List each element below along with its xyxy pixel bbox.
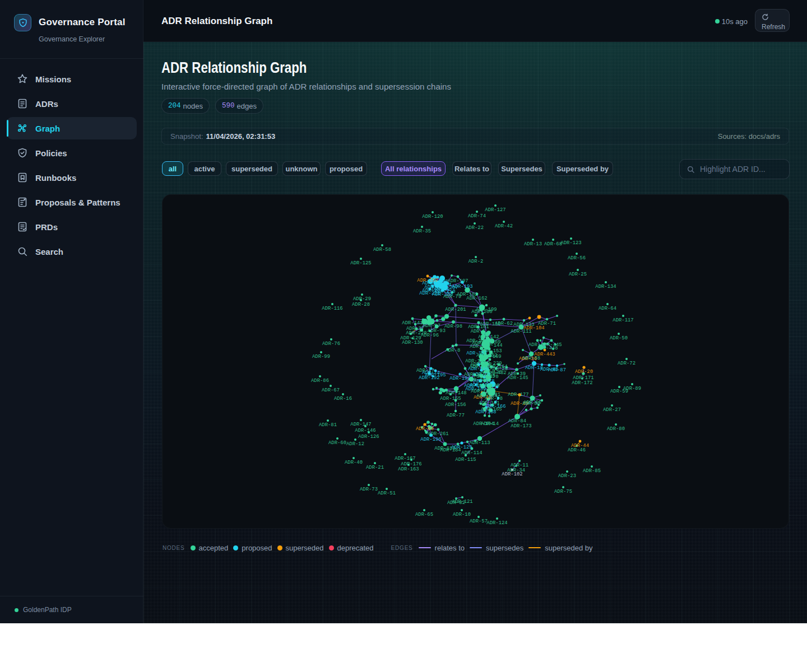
svg-text:ADR-120: ADR-120 [422, 214, 443, 220]
svg-text:ADR-27: ADR-27 [603, 407, 621, 413]
svg-text:ADR-75: ADR-75 [554, 489, 572, 494]
svg-text:ADR-80: ADR-80 [607, 426, 625, 432]
svg-text:ADR-62: ADR-62 [495, 321, 513, 326]
svg-text:ADR-76: ADR-76 [322, 341, 340, 347]
svg-text:ADR-167: ADR-167 [395, 456, 415, 461]
svg-text:ADR-127: ADR-127 [485, 207, 505, 213]
svg-text:ADR-13: ADR-13 [524, 241, 542, 247]
svg-text:ADR-29: ADR-29 [353, 296, 371, 302]
svg-text:ADR-162: ADR-162 [466, 296, 487, 301]
svg-text:ADR-196: ADR-196 [420, 437, 441, 442]
svg-text:ADR-141: ADR-141 [402, 320, 423, 326]
svg-text:ADR-8: ADR-8 [446, 348, 461, 353]
svg-text:ADR-2: ADR-2 [469, 259, 484, 264]
svg-text:ADR-20: ADR-20 [575, 369, 593, 375]
svg-text:ADR-60: ADR-60 [328, 440, 346, 446]
svg-text:ADR-59: ADR-59 [610, 389, 628, 394]
svg-text:ADR-163: ADR-163 [398, 466, 419, 472]
svg-text:ADR-65: ADR-65 [415, 512, 433, 517]
svg-text:ADR-72: ADR-72 [618, 361, 636, 366]
svg-text:ADR-102: ADR-102 [502, 472, 522, 477]
svg-text:ADR-38: ADR-38 [522, 356, 540, 361]
svg-text:ADR-56: ADR-56 [568, 255, 586, 261]
svg-text:ADR-98: ADR-98 [444, 324, 462, 329]
svg-text:ADR-123: ADR-123 [560, 240, 581, 246]
svg-text:ADR-156: ADR-156 [445, 402, 466, 408]
svg-text:ADR-173: ADR-173 [511, 423, 531, 429]
svg-text:ADR-40: ADR-40 [345, 460, 363, 465]
svg-text:ADR-50: ADR-50 [610, 335, 628, 341]
svg-text:ADR-71: ADR-71 [538, 321, 556, 326]
svg-text:ADR-25: ADR-25 [569, 272, 587, 277]
svg-text:ADR-147: ADR-147 [350, 422, 371, 427]
svg-text:ADR-121: ADR-121 [452, 499, 472, 505]
svg-text:ADR-85: ADR-85 [583, 468, 601, 474]
svg-text:ADR-113: ADR-113 [469, 440, 490, 446]
svg-text:ADR-133: ADR-133 [476, 393, 497, 399]
svg-text:ADR-114: ADR-114 [461, 450, 482, 456]
svg-text:ADR-211: ADR-211 [419, 291, 440, 296]
svg-text:ADR-99: ADR-99 [312, 354, 330, 360]
svg-text:ADR-117: ADR-117 [613, 318, 633, 323]
svg-text:ADR-79: ADR-79 [443, 294, 461, 300]
svg-text:ADR-46: ADR-46 [568, 447, 586, 453]
svg-text:ADR-126: ADR-126 [358, 434, 379, 440]
svg-text:ADR-197: ADR-197 [447, 278, 468, 284]
svg-text:ADR-193: ADR-193 [452, 284, 472, 290]
svg-text:ADR-22: ADR-22 [466, 225, 484, 231]
svg-text:ADR-448: ADR-448 [537, 346, 558, 351]
svg-text:ADR-100: ADR-100 [479, 383, 499, 389]
svg-text:ADR-115: ADR-115 [455, 457, 476, 463]
svg-text:ADR-261: ADR-261 [428, 431, 448, 437]
svg-text:ADR-125: ADR-125 [350, 260, 371, 266]
svg-text:ADR-124: ADR-124 [486, 520, 507, 526]
svg-text:ADR-86: ADR-86 [311, 378, 329, 384]
svg-text:ADR-134: ADR-134 [595, 284, 616, 290]
svg-text:ADR-23: ADR-23 [558, 473, 576, 479]
svg-text:ADR-68: ADR-68 [544, 241, 562, 247]
svg-text:ADR-77: ADR-77 [447, 413, 465, 418]
svg-text:ADR-192: ADR-192 [419, 375, 439, 381]
svg-text:ADR-145: ADR-145 [507, 375, 528, 381]
svg-text:ADR-81: ADR-81 [319, 422, 337, 428]
svg-text:ADR-12: ADR-12 [346, 441, 364, 447]
svg-text:ADR-146: ADR-146 [355, 428, 375, 433]
svg-text:ADR-82: ADR-82 [522, 401, 540, 407]
svg-text:ADR-42: ADR-42 [495, 223, 513, 229]
svg-text:ADR-96: ADR-96 [421, 333, 439, 338]
svg-text:ADR-177: ADR-177 [508, 392, 528, 398]
svg-text:ADR-58: ADR-58 [373, 247, 391, 253]
svg-text:ADR-51: ADR-51 [378, 491, 396, 496]
svg-text:ADR-164: ADR-164 [486, 364, 507, 370]
svg-text:ADR-138: ADR-138 [475, 409, 496, 415]
svg-text:ADR-74: ADR-74 [468, 213, 486, 219]
svg-text:ADR-201: ADR-201 [445, 307, 466, 312]
svg-text:ADR-64: ADR-64 [599, 306, 616, 311]
svg-text:ADR-155: ADR-155 [440, 396, 461, 402]
svg-text:ADR-172: ADR-172 [572, 380, 592, 386]
svg-text:ADR-67: ADR-67 [322, 388, 340, 393]
svg-text:ADR-87: ADR-87 [548, 367, 566, 373]
svg-text:ADR-116: ADR-116 [322, 306, 342, 311]
svg-text:ADR-10: ADR-10 [453, 512, 471, 517]
svg-text:ADR-199: ADR-199 [476, 307, 497, 312]
svg-text:ADR-148: ADR-148 [446, 390, 466, 396]
svg-text:ADR-57: ADR-57 [470, 519, 488, 524]
svg-text:ADR-170: ADR-170 [477, 374, 498, 380]
svg-text:ADR-152: ADR-152 [476, 353, 497, 358]
svg-text:ADR-28: ADR-28 [352, 302, 370, 307]
svg-text:ADR-21: ADR-21 [366, 465, 384, 470]
svg-text:ADR-14: ADR-14 [481, 421, 499, 427]
svg-text:ADR-16: ADR-16 [334, 396, 352, 402]
svg-text:ADR-73: ADR-73 [360, 487, 378, 492]
svg-text:ADR-35: ADR-35 [413, 228, 431, 234]
svg-text:ADR-130: ADR-130 [402, 340, 423, 346]
svg-text:ADR-5: ADR-5 [471, 329, 486, 334]
svg-text:ADR-111: ADR-111 [511, 329, 531, 334]
